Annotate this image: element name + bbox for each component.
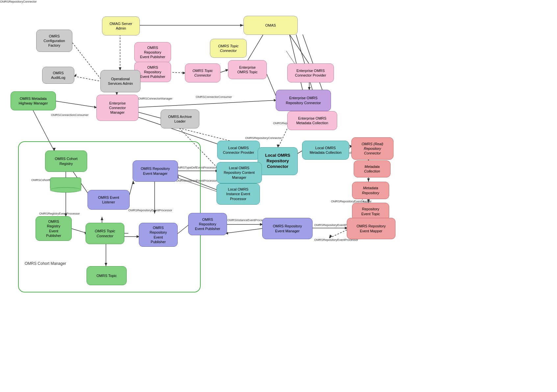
svg-line-72	[54, 101, 97, 107]
svg-marker-3	[240, 24, 243, 27]
omrs-real-repo-connector-node: OMRS (Real)RepositoryConnector	[351, 137, 393, 160]
svg-line-6	[74, 76, 102, 81]
omrs-repo-event-mapper-node: OMRS RepositoryEvent Mapper	[347, 218, 395, 239]
local-omrs-connector-provider-node: Local OMRSConnector Provider	[217, 141, 260, 160]
omrs-cohort-manager-label: OMRS Cohort Manager	[25, 261, 66, 266]
svg-marker-42	[367, 178, 370, 182]
omrs-repo-event-manager-bottom-node: OMRS RepositoryEvent Manager	[262, 218, 313, 239]
local-omrs-metadata-collection-node: Local OMRSMetadata Collection	[302, 141, 349, 160]
svg-line-81	[225, 228, 263, 233]
enterprise-omrs-metadata-collection-node: Enterprise OMRSMetadata Collection	[287, 111, 337, 130]
omrs-auditlog-node: OMRSAuditLog	[42, 67, 74, 84]
local-omrs-instance-event-processor-node: Local OMRSInstance EventProcessor	[216, 183, 260, 205]
svg-line-24	[137, 100, 276, 107]
metadata-repository-node: MetadataRepository	[352, 182, 389, 199]
omrs-repo-event-publisher-green-node: OMRSRepositoryEventPublisher	[139, 223, 178, 247]
svg-line-26	[137, 112, 161, 118]
svg-marker-79	[329, 235, 332, 238]
omrs-cohort-registry-node: OMRS CohortRegistry	[45, 150, 87, 172]
omrs-event-listener-node: OMRS EventListener	[88, 190, 130, 210]
omrs-topic-connector-yellow-node: OMRS TopicConnector	[210, 39, 247, 58]
omrs-repo-event-pub1-node: OMRSRepositoryEvent Publisher	[134, 42, 171, 62]
svg-line-4	[72, 43, 102, 81]
label-omrs-connector-consumer: OMRSConnectorConsumer	[196, 95, 232, 99]
metadata-collection-italic-node: MetadataCollection	[354, 160, 391, 177]
omrs-topic-connector-pink-node: OMRS TopicConnector	[185, 63, 220, 82]
omrs-topic-connector-green-node: OMRS TopicConnector	[86, 223, 124, 244]
omrs-metadata-highway-manager-node: OMRS MetadataHighway Manager	[11, 91, 56, 110]
label-omrs-connection-consumer: OMRSConnectionConsumer	[51, 113, 89, 117]
omrs-registry-event-publisher-node: OMRSRegistryEventPublisher	[36, 216, 72, 241]
label-omrs-repository-connector3: OMRSRepositoryConnector	[0, 0, 37, 3]
omas-node: OMAS	[243, 16, 298, 35]
omrs-topic-node: OMRS Topic	[87, 266, 127, 285]
enterprise-connector-manager-node: EnterpriseConnectorManager	[96, 95, 139, 121]
omrs-repo-event-manager-top-node: OMRS RepositoryEvent Manager	[133, 160, 178, 182]
svg-line-16	[247, 35, 263, 61]
enterprise-omrs-repo-connector-node: Enterprise OMRSRepository Connector	[276, 90, 331, 111]
local-omrs-repo-content-manager-node: Local OMRSRepository ContentManager	[216, 162, 262, 183]
omrs-config-factory-node: OMRSConfigurationFactory	[36, 30, 72, 52]
label-omrs-connector-manager: OMRSConnectorManager	[138, 97, 172, 100]
omag-server-admin-node: OMAG Server Admin	[102, 16, 140, 35]
label-omrs-repository-connector2: OMRSRepositoryConnector	[245, 136, 282, 140]
omrs-archive-loader-node: OMRS ArchiveLoader	[161, 109, 199, 128]
architecture-diagram: OMRSConnectorManager OMRSConnectorConsum…	[0, 0, 557, 392]
svg-line-11	[169, 72, 186, 73]
enterprise-omrs-connector-provider-node: Enterprise OMRSConnector Provider	[287, 63, 334, 82]
omrs-repo-event-publisher-bottom-node: OMRSRepositoryEvent Publisher	[188, 213, 227, 235]
enterprise-omrs-topic-node: EnterpriseOMRS Topic	[228, 60, 267, 79]
svg-marker-7	[74, 74, 76, 76]
operational-services-admin-node: OperationalServices Admin	[100, 70, 140, 92]
cohort-registry-store-cylinder	[50, 177, 81, 192]
local-omrs-repo-connector-node: Local OMRSRepositoryConnector	[258, 147, 298, 175]
